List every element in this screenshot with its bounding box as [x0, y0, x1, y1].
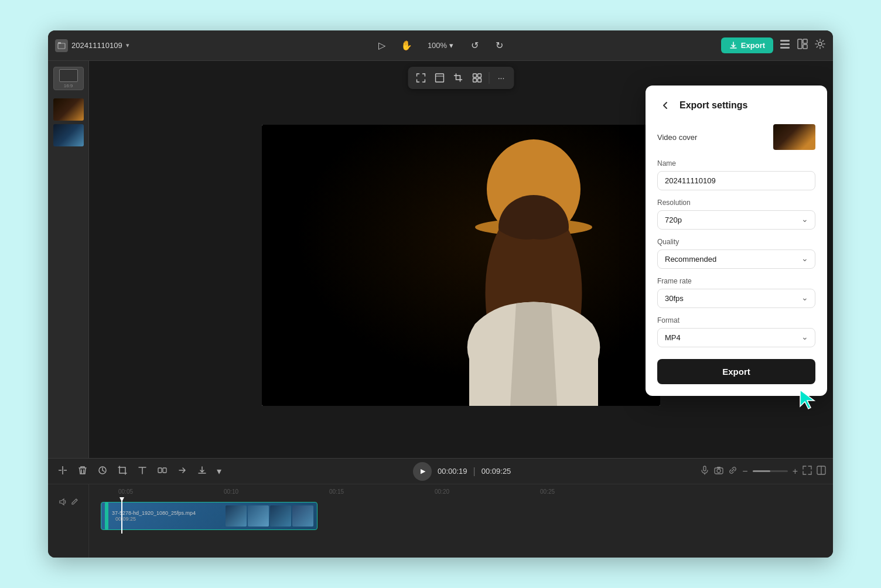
zoom-chevron-icon: ▾ — [449, 41, 453, 50]
svg-rect-4 — [780, 47, 790, 49]
crop-btn[interactable] — [450, 70, 467, 86]
resolution-select-wrapper: 720p 360p 480p 1080p 2K 4K — [657, 210, 815, 230]
grid-btn[interactable] — [469, 70, 486, 86]
ruler-mark-2: 00:10 — [224, 488, 238, 495]
link-icon[interactable] — [728, 466, 737, 477]
delete-tool[interactable] — [75, 463, 90, 480]
svg-rect-13 — [478, 78, 482, 82]
zoom-in-icon[interactable]: + — [793, 466, 798, 477]
play-icon: ▶ — [421, 467, 425, 475]
video-cover-label: Video cover — [657, 133, 697, 142]
zoom-control[interactable]: 100% ▾ — [423, 39, 458, 52]
cover-thumb-image — [773, 124, 815, 150]
svg-rect-11 — [478, 74, 482, 77]
video-content — [405, 136, 660, 406]
cursor-indicator — [795, 385, 821, 413]
mic-icon[interactable] — [700, 466, 709, 477]
top-bar-left: 202411110109 ▾ — [55, 39, 312, 52]
play-mode-btn[interactable]: ▷ — [374, 37, 390, 54]
hand-tool-btn[interactable]: ✋ — [398, 37, 415, 54]
redo-btn[interactable]: ↻ — [491, 37, 507, 54]
volume-icon[interactable] — [59, 498, 67, 508]
layout-icon[interactable] — [797, 38, 808, 53]
video-cover-thumbnail[interactable] — [773, 124, 815, 150]
svg-rect-1 — [58, 42, 61, 44]
fit-screen-btn[interactable] — [413, 70, 429, 86]
crop-tool[interactable] — [115, 463, 130, 480]
timeline-content: 00:05 00:10 00:15 00:20 00:25 37-527 — [48, 484, 833, 558]
media-item-1[interactable] — [53, 98, 84, 121]
split-tool[interactable] — [55, 463, 70, 480]
download-tool[interactable] — [194, 463, 210, 480]
media-item-2[interactable] — [53, 124, 84, 146]
project-dropdown-icon[interactable]: ▾ — [126, 42, 129, 49]
canvas-toolbar: ··· — [408, 67, 514, 89]
playhead-marker — [119, 497, 124, 502]
toolbar-divider — [489, 72, 490, 84]
aspect-ratio-label: 16:9 — [64, 83, 73, 88]
svg-rect-7 — [803, 45, 807, 49]
export-action-button[interactable]: Export — [657, 359, 815, 384]
clip-thumb-4 — [292, 505, 313, 527]
more-options-btn[interactable]: ··· — [493, 70, 510, 86]
name-input[interactable] — [657, 171, 815, 190]
arrow-tool[interactable] — [175, 463, 190, 480]
clip-thumb-3 — [270, 505, 291, 527]
ruler-mark-1: 00:05 — [118, 488, 133, 495]
export-button[interactable]: Export — [721, 37, 773, 53]
timeline-toolbar: ▾ ▶ 00:00:19 | 00:09:25 − — [48, 459, 833, 484]
media-list — [53, 98, 84, 146]
layers-icon[interactable] — [779, 38, 791, 53]
quality-field-group: Quality Recommended Low High — [657, 238, 815, 269]
back-button[interactable] — [657, 97, 674, 114]
svg-rect-2 — [780, 40, 790, 42]
svg-point-26 — [717, 469, 720, 473]
ruler-mark-4: 00:20 — [435, 488, 449, 495]
quality-select[interactable]: Recommended Low High — [657, 249, 815, 269]
panel-title: Export settings — [679, 100, 747, 111]
name-label: Name — [657, 159, 815, 167]
ruler-mark-5: 00:25 — [540, 488, 555, 495]
clip-duration: 00:09:25 — [115, 516, 221, 522]
panel-header: Export settings — [657, 97, 815, 114]
svg-rect-9 — [436, 74, 444, 82]
settings-icon[interactable] — [814, 38, 826, 53]
project-name: 202411110109 — [71, 41, 122, 50]
left-sidebar: 16:9 — [48, 61, 89, 458]
track-controls — [48, 488, 88, 517]
zoom-slider[interactable] — [753, 470, 788, 472]
zoom-out-icon[interactable]: − — [742, 466, 747, 477]
app-window: 202411110109 ▾ ▷ ✋ 100% ▾ ↺ ↻ Export — [48, 30, 833, 558]
aspect-ratio-thumb[interactable]: 16:9 — [53, 67, 84, 90]
clip-label: 37-5278-hd_1920_1080_25fps.mp4 — [112, 510, 221, 516]
undo-btn[interactable]: ↺ — [466, 37, 483, 54]
timeline-section: ▾ ▶ 00:00:19 | 00:09:25 − — [48, 458, 833, 558]
zoom-label: 100% — [428, 41, 447, 50]
play-button[interactable]: ▶ — [413, 462, 432, 481]
download-chevron[interactable]: ▾ — [214, 463, 224, 479]
split-view-icon[interactable] — [817, 466, 826, 477]
video-frame — [262, 125, 660, 406]
speed-tool[interactable] — [95, 463, 110, 480]
ruler-mark-3: 00:15 — [329, 488, 344, 495]
frame-rate-select[interactable]: 30fps 24fps 25fps 60fps — [657, 289, 815, 308]
svg-rect-0 — [58, 43, 65, 49]
frame-rate-field-group: Frame rate 30fps 24fps 25fps 60fps — [657, 277, 815, 308]
resolution-select[interactable]: 720p 360p 480p 1080p 2K 4K — [657, 210, 815, 230]
scene-svg — [405, 136, 660, 406]
format-select[interactable]: MP4 MOV AVI GIF — [657, 328, 815, 347]
camera-icon[interactable] — [714, 466, 723, 477]
playhead[interactable] — [121, 497, 122, 534]
fullscreen-timeline-icon[interactable] — [803, 466, 812, 477]
cursor-svg — [795, 385, 821, 411]
top-bar: 202411110109 ▾ ▷ ✋ 100% ▾ ↺ ↻ Export — [48, 30, 833, 61]
svg-rect-21 — [158, 468, 162, 473]
project-icon — [55, 39, 68, 52]
edit-icon[interactable] — [70, 498, 78, 508]
text-tool[interactable] — [135, 463, 150, 480]
video-clip[interactable]: 37-5278-hd_1920_1080_25fps.mp4 00:09:25 — [101, 502, 317, 530]
expand-btn[interactable] — [432, 70, 448, 86]
track-area: 37-5278-hd_1920_1080_25fps.mp4 00:09:25 — [89, 497, 833, 534]
split2-tool[interactable] — [155, 463, 170, 480]
svg-rect-5 — [798, 39, 802, 49]
